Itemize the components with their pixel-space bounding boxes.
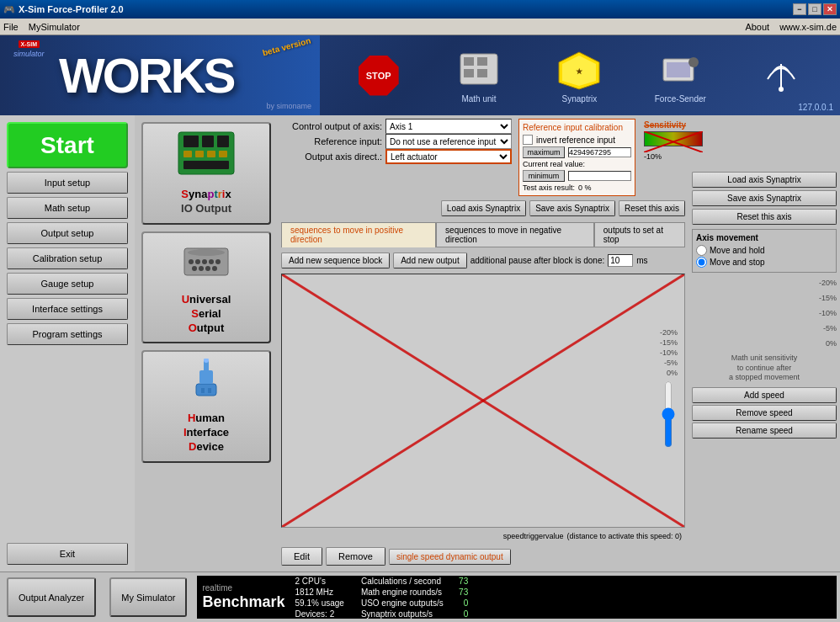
sidebar-item-program-settings[interactable]: Program settings: [7, 323, 128, 345]
minimize-button[interactable]: −: [793, 3, 806, 15]
menubar: File MySimulator About www.x-sim.de: [0, 19, 840, 35]
move-stop-radio[interactable]: [696, 257, 707, 268]
menu-website[interactable]: www.x-sim.de: [779, 22, 837, 32]
pct-label-minus10: -10%: [819, 309, 837, 317]
usb-icon: [181, 359, 231, 401]
tab-negative-direction[interactable]: sequences to move in negative direction: [436, 222, 594, 247]
sidebar-item-interface-settings[interactable]: Interface settings: [7, 298, 128, 320]
svg-point-30: [199, 266, 204, 271]
nav-synaptrix[interactable]: ★ Synaptrix: [554, 48, 604, 104]
synaptrix-icon: ★: [557, 51, 601, 91]
uso-device-icon: [181, 240, 231, 290]
output-analyzer-button[interactable]: Output Analyzer: [7, 577, 96, 617]
menu-mysimulator[interactable]: MySimulator: [29, 22, 80, 32]
app-icon: 🎮: [3, 4, 15, 15]
percent-labels: -20% -15% -10% -5% 0%: [692, 279, 837, 348]
sidebar: Start Input setup Math setup Output setu…: [0, 115, 135, 571]
menu-about[interactable]: About: [745, 22, 769, 32]
reference-input-label: Reference input:: [281, 136, 382, 146]
remove-button[interactable]: Remove: [326, 547, 385, 566]
nav-signal[interactable]: [756, 52, 806, 98]
maximum-btn[interactable]: maximum: [523, 146, 565, 158]
device-panel: Synaptrix IO Output: [135, 115, 278, 571]
reset-axis-button-right[interactable]: Reset this axis: [692, 209, 837, 225]
stop-sign-icon: STOP: [359, 56, 399, 96]
titlebar: 🎮 X-Sim Force-Profiler 2.0 − □ ✕: [0, 0, 840, 19]
svg-rect-38: [208, 388, 211, 393]
output-axis-row: Output axis direct.: Left actuator: [281, 149, 512, 164]
svg-rect-19: [207, 151, 215, 157]
synaptrix-device-name: Synaptrix IO Output: [181, 188, 231, 216]
svg-text:★: ★: [576, 67, 583, 76]
axis-action-row: Load axis Synaptrix Save axis Synaptrix …: [281, 200, 685, 216]
stat-uso-val: 0: [464, 598, 469, 608]
exit-button[interactable]: Exit: [7, 543, 128, 565]
maximize-button[interactable]: □: [808, 3, 821, 15]
control-output-select[interactable]: Axis 1: [385, 119, 512, 134]
start-button[interactable]: Start: [7, 122, 128, 168]
sidebar-item-output-setup[interactable]: Output setup: [7, 222, 128, 244]
device-synaptrix[interactable]: Synaptrix IO Output: [141, 122, 271, 225]
force-sender-icon: [658, 51, 702, 91]
sidebar-item-calibration-setup[interactable]: Calibration setup: [7, 247, 128, 269]
stat-col-left: 2 CPU's 1812 MHz 59.1% usage Devices: 2: [295, 577, 344, 619]
stat-usage: 59.1% usage: [295, 598, 344, 608]
svg-rect-20: [219, 151, 227, 157]
move-stop-row: Move and stop: [696, 257, 832, 268]
add-seq-block-button[interactable]: Add new sequence block: [281, 253, 390, 268]
pct-minus15: -15%: [660, 338, 678, 347]
save-axis-synaptrix-button[interactable]: Save axis Synaptrix: [529, 200, 615, 216]
speed-slider[interactable]: [660, 380, 677, 448]
device-hid[interactable]: Human Interface Device: [141, 350, 271, 463]
nav-synaptrix-label: Synaptrix: [562, 94, 598, 104]
add-speed-button[interactable]: Add speed: [692, 387, 837, 403]
test-val: 0 %: [578, 183, 592, 192]
reset-axis-button[interactable]: Reset this axis: [619, 200, 685, 216]
svg-point-27: [209, 259, 214, 264]
svg-point-12: [779, 87, 784, 92]
nav-force-sender[interactable]: Force-Sender: [655, 48, 706, 104]
edit-button[interactable]: Edit: [281, 547, 322, 566]
nav-stop[interactable]: STOP: [354, 52, 404, 98]
svg-point-31: [205, 266, 210, 271]
signal-icon: [759, 56, 803, 96]
move-hold-radio[interactable]: [696, 245, 707, 256]
reference-input-row: Reference input: Do not use a reference …: [281, 134, 512, 149]
remove-speed-button[interactable]: Remove speed: [692, 405, 837, 421]
svg-point-10: [688, 57, 699, 67]
rename-speed-button[interactable]: Rename speed: [692, 423, 837, 439]
sidebar-item-input-setup[interactable]: Input setup: [7, 172, 128, 194]
top-controls: Control output of axis: Axis 1 Reference…: [281, 119, 685, 196]
close-button[interactable]: ✕: [823, 3, 837, 15]
device-uso[interactable]: Universal Serial Output: [141, 231, 271, 344]
math-sens-text: Math unit sensitivityto continue aftera …: [692, 354, 837, 383]
load-axis-button-right[interactable]: Load axis Synaptrix: [692, 172, 837, 188]
stat-col-right: Calculations / second 73 Math engine rou…: [361, 577, 468, 619]
maximum-input[interactable]: [568, 147, 631, 157]
tab-set-at-stop[interactable]: outputs to set at stop: [594, 222, 685, 247]
menu-file[interactable]: File: [3, 22, 19, 32]
output-type-button[interactable]: single speed dynamic output: [389, 549, 511, 565]
sidebar-item-gauge-setup[interactable]: Gauge setup: [7, 273, 128, 295]
invert-reference-label: invert reference input: [536, 136, 615, 145]
minimum-input[interactable]: [568, 171, 631, 181]
invert-reference-checkbox[interactable]: [523, 135, 533, 145]
axis-movement-box: Axis movement Move and hold Move and sto…: [692, 229, 837, 273]
stat-syn-label: Synaptrix outputs/s: [361, 609, 433, 619]
add-output-button[interactable]: Add new output: [393, 253, 467, 268]
tab-positive-direction[interactable]: sequences to move in positive direction: [281, 222, 436, 247]
reference-input-select[interactable]: Do not use a reference input: [385, 134, 512, 149]
sidebar-item-math-setup[interactable]: Math setup: [7, 197, 128, 219]
save-axis-button-right[interactable]: Save axis Synaptrix: [692, 190, 837, 206]
stat-calc-label: Calculations / second: [361, 577, 441, 586]
svg-rect-1: [464, 57, 474, 66]
output-axis-select[interactable]: Left actuator: [385, 149, 512, 164]
benchmark-label: Benchmark: [202, 593, 284, 612]
minimum-btn[interactable]: minimum: [523, 170, 565, 182]
nav-math-unit[interactable]: Math unit: [454, 48, 504, 104]
svg-rect-16: [217, 136, 229, 147]
serial-port-icon: [181, 240, 231, 282]
pause-input[interactable]: [608, 254, 633, 267]
my-simulator-button[interactable]: My Simulator: [109, 577, 187, 617]
load-axis-synaptrix-button[interactable]: Load axis Synaptrix: [441, 200, 526, 216]
